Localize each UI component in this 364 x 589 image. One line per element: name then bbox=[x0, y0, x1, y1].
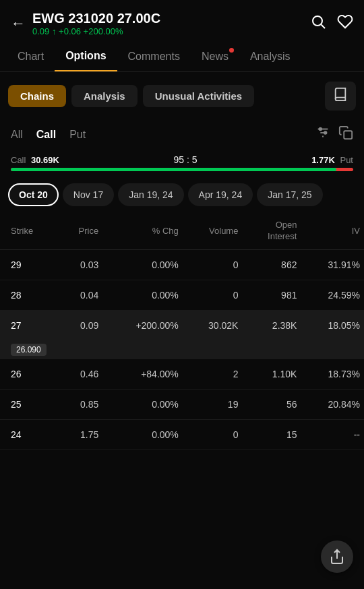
cell-pct-chg: 0.00% bbox=[102, 249, 183, 280]
analysis-button[interactable]: Analysis bbox=[71, 85, 138, 107]
change-pct: +200.00% bbox=[84, 26, 123, 36]
cell-strike: 26 bbox=[0, 359, 59, 389]
put-button[interactable]: Put bbox=[69, 129, 86, 141]
date-tab-oct20[interactable]: Oct 20 bbox=[8, 183, 59, 206]
put-label: Put bbox=[340, 155, 353, 165]
cell-price: 1.75 bbox=[59, 419, 102, 450]
current-price-label: 26.090 bbox=[11, 344, 47, 356]
tab-analysis[interactable]: Analysis bbox=[239, 42, 301, 71]
cell-volume: 0 bbox=[183, 280, 243, 310]
current-price-row: 26.090 bbox=[0, 340, 364, 359]
cell-volume: 30.02K bbox=[183, 310, 243, 340]
cell-pct-chg: 0.00% bbox=[102, 389, 183, 419]
cell-iv: 20.84% bbox=[301, 389, 364, 419]
cell-volume: 0 bbox=[183, 249, 243, 280]
change-arrow: ↑ bbox=[52, 26, 57, 36]
cell-price: 0.03 bbox=[59, 249, 102, 280]
ticker-info: EWG 231020 27.00C 0.09 ↑ +0.06 +200.00% bbox=[32, 11, 160, 36]
share-button[interactable] bbox=[321, 540, 353, 573]
tab-options[interactable]: Options bbox=[55, 42, 117, 71]
cell-iv: 18.73% bbox=[301, 359, 364, 389]
options-table: Strike Price % Chg Volume OpenInterest I… bbox=[0, 213, 364, 450]
filter-icon[interactable] bbox=[315, 125, 330, 144]
tab-comments[interactable]: Comments bbox=[117, 42, 191, 71]
svg-point-6 bbox=[320, 128, 322, 131]
cell-oi: 981 bbox=[242, 280, 301, 310]
copy-icon[interactable] bbox=[338, 125, 353, 144]
cell-iv: 18.05% bbox=[301, 310, 364, 340]
ratio-label: 95 : 5 bbox=[174, 154, 198, 165]
call-value-label: Call 30.69K bbox=[11, 155, 59, 165]
col-pct-chg: % Chg bbox=[102, 213, 183, 249]
put-value-label: 1.77K Put bbox=[311, 155, 353, 165]
svg-point-0 bbox=[313, 16, 322, 26]
date-tabs: Oct 20 Nov 17 Jan 19, 24 Apr 19, 24 Jan … bbox=[0, 177, 364, 213]
cell-volume: 19 bbox=[183, 389, 243, 419]
back-button[interactable]: ← bbox=[11, 15, 26, 32]
col-strike: Strike bbox=[0, 213, 59, 249]
cp-filter: All Call Put bbox=[0, 120, 364, 152]
call-label: Call bbox=[11, 155, 26, 165]
cell-oi: 1.10K bbox=[242, 359, 301, 389]
cell-strike: 24 bbox=[0, 419, 59, 450]
cell-oi: 862 bbox=[242, 249, 301, 280]
svg-point-7 bbox=[324, 131, 327, 134]
search-icon[interactable] bbox=[310, 13, 326, 34]
cell-oi: 15 bbox=[242, 419, 301, 450]
change-abs: +0.06 bbox=[59, 26, 81, 36]
cell-price: 0.46 bbox=[59, 359, 102, 389]
table-row[interactable]: 24 1.75 0.00% 0 15 -- bbox=[0, 419, 364, 450]
watchlist-icon[interactable] bbox=[337, 13, 353, 34]
progress-labels: Call 30.69K 95 : 5 1.77K Put bbox=[11, 154, 353, 165]
put-value: 1.77K bbox=[311, 155, 335, 165]
date-tab-jan1725[interactable]: Jan 17, 25 bbox=[257, 183, 322, 206]
table-row[interactable]: 25 0.85 0.00% 19 56 20.84% bbox=[0, 389, 364, 419]
table-row[interactable]: 28 0.04 0.00% 0 981 24.59% bbox=[0, 280, 364, 310]
cell-price: 0.04 bbox=[59, 280, 102, 310]
table-row[interactable]: 29 0.03 0.00% 0 862 31.91% bbox=[0, 249, 364, 280]
chains-button[interactable]: Chains bbox=[8, 85, 66, 107]
svg-line-1 bbox=[322, 25, 326, 29]
cell-strike: 29 bbox=[0, 249, 59, 280]
book-icon[interactable] bbox=[325, 82, 356, 111]
main-tabs: Chart Options Comments News Analysis bbox=[0, 42, 364, 72]
cell-pct-chg: 0.00% bbox=[102, 280, 183, 310]
date-tab-apr1924[interactable]: Apr 19, 24 bbox=[188, 183, 253, 206]
cell-volume: 0 bbox=[183, 419, 243, 450]
table-row-highlighted[interactable]: 27 0.09 +200.00% 30.02K 2.38K 18.05% bbox=[0, 310, 364, 340]
all-button[interactable]: All bbox=[11, 129, 23, 141]
cell-price: 0.85 bbox=[59, 389, 102, 419]
date-tab-jan1924[interactable]: Jan 19, 24 bbox=[118, 183, 183, 206]
cell-iv: 31.91% bbox=[301, 249, 364, 280]
tab-chart[interactable]: Chart bbox=[7, 42, 55, 71]
cell-volume: 2 bbox=[183, 359, 243, 389]
table-row[interactable]: 26 0.46 +84.00% 2 1.10K 18.73% bbox=[0, 359, 364, 389]
cell-pct-chg: +200.00% bbox=[102, 310, 183, 340]
progress-track bbox=[11, 168, 353, 171]
header-right bbox=[310, 13, 353, 34]
cell-strike: 27 bbox=[0, 310, 59, 340]
svg-rect-8 bbox=[344, 131, 352, 139]
call-button[interactable]: Call bbox=[36, 129, 56, 141]
cell-oi: 2.38K bbox=[242, 310, 301, 340]
cell-pct-chg: +84.00% bbox=[102, 359, 183, 389]
filter-controls bbox=[315, 125, 353, 144]
cell-pct-chg: 0.00% bbox=[102, 419, 183, 450]
change-val: 0.09 bbox=[32, 26, 49, 36]
unusual-activities-button[interactable]: Unusual Activities bbox=[143, 85, 254, 107]
col-volume: Volume bbox=[183, 213, 243, 249]
col-open-interest: OpenInterest bbox=[242, 213, 301, 249]
cell-strike: 25 bbox=[0, 389, 59, 419]
header-left: ← EWG 231020 27.00C 0.09 ↑ +0.06 +200.00… bbox=[11, 11, 160, 36]
cell-price: 0.09 bbox=[59, 310, 102, 340]
call-value: 30.69K bbox=[31, 155, 59, 165]
col-iv: IV bbox=[301, 213, 364, 249]
call-put-ratio: Call 30.69K 95 : 5 1.77K Put bbox=[0, 152, 364, 177]
ticker-change: 0.09 ↑ +0.06 +200.00% bbox=[32, 26, 160, 36]
tab-news[interactable]: News bbox=[191, 42, 239, 71]
date-tab-nov17[interactable]: Nov 17 bbox=[63, 183, 114, 206]
cell-iv: 24.59% bbox=[301, 280, 364, 310]
progress-fill bbox=[11, 168, 336, 171]
ticker-name: EWG 231020 27.00C bbox=[32, 11, 160, 26]
cell-oi: 56 bbox=[242, 389, 301, 419]
